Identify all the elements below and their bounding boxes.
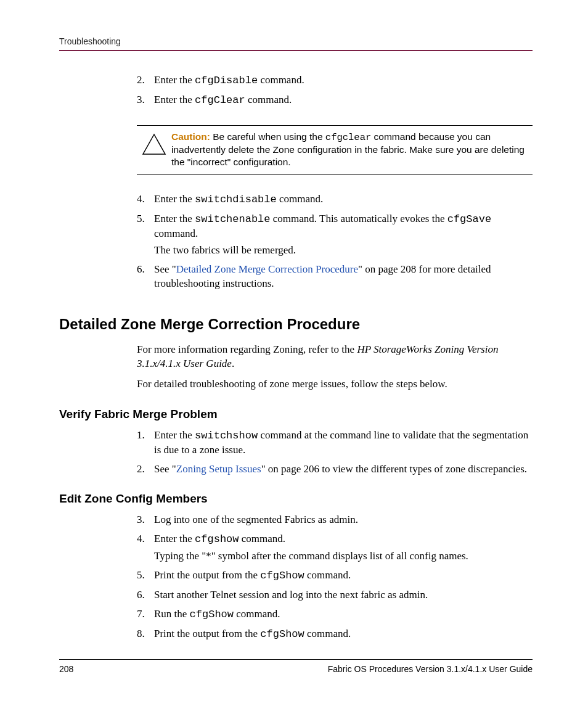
code: switchenable: [195, 213, 270, 225]
edit-step-6: 6. Start another Telnet session and log …: [137, 588, 533, 602]
step-number: 5.: [137, 568, 154, 583]
step-number: 3.: [137, 513, 154, 527]
step-text: See "Detailed Zone Merge Correction Proc…: [154, 263, 533, 291]
step-number: 1.: [137, 429, 154, 458]
svg-marker-0: [143, 134, 165, 154]
step-number: 8.: [137, 627, 154, 642]
header-rule: [59, 50, 533, 51]
page-number: 208: [59, 663, 73, 675]
code: cfgshow: [195, 533, 239, 545]
steps-block-b: 4. Enter the switchdisable command. 5. E…: [137, 192, 533, 291]
code: cfgClear: [195, 94, 245, 106]
heading-detailed-zone-merge: Detailed Zone Merge Correction Procedure: [59, 314, 533, 334]
step-text: Log into one of the segmented Fabrics as…: [154, 513, 533, 527]
code: cfgShow: [260, 570, 304, 581]
step-text: Print the output from the cfgShow comman…: [154, 568, 533, 583]
step-number: 4.: [137, 192, 154, 207]
step-number: 2.: [137, 73, 154, 88]
steps-edit: 3. Log into one of the segmented Fabrics…: [137, 513, 533, 642]
verify-step-1: 1. Enter the switchshow command at the c…: [137, 429, 533, 458]
step-6: 6. See "Detailed Zone Merge Correction P…: [137, 263, 533, 291]
step-4: 4. Enter the switchdisable command.: [137, 192, 533, 207]
caution-icon: [137, 131, 171, 168]
steps-block-a: 2. Enter the cfgDisable command. 3. Ente…: [137, 73, 533, 108]
step-number: 3.: [137, 93, 154, 108]
step-text: See "Zoning Setup Issues" on page 206 to…: [154, 462, 533, 477]
paragraph: For detailed troubleshooting of zone mer…: [137, 377, 533, 392]
edit-step-4: 4. Enter the cfgshow command. Typing the…: [137, 532, 533, 564]
verify-step-2: 2. See "Zoning Setup Issues" on page 206…: [137, 462, 533, 477]
step-number: 6.: [137, 263, 154, 291]
caution-label: Caution:: [171, 131, 210, 142]
step-text: Run the cfgShow command.: [154, 607, 533, 622]
step-sub: The two fabrics will be remerged.: [154, 244, 533, 258]
step-text: Enter the switchshow command at the comm…: [154, 429, 533, 458]
code: cfgShow: [260, 628, 304, 640]
code: switchdisable: [195, 194, 277, 205]
heading-verify-fabric: Verify Fabric Merge Problem: [59, 406, 533, 422]
edit-step-5: 5. Print the output from the cfgShow com…: [137, 568, 533, 583]
step-text: Enter the switchdisable command.: [154, 192, 533, 207]
edit-step-8: 8. Print the output from the cfgShow com…: [137, 627, 533, 642]
step-text: Enter the switchenable command. This aut…: [154, 212, 533, 258]
paragraph: For more information regarding Zoning, r…: [137, 343, 533, 371]
edit-step-7: 7. Run the cfgShow command.: [137, 607, 533, 622]
caution-body: Caution: Be careful when using the cfgcl…: [171, 131, 533, 168]
running-head: Troubleshooting: [59, 36, 533, 47]
step-text: Enter the cfgClear command.: [154, 93, 533, 108]
cross-ref-link[interactable]: Detailed Zone Merge Correction Procedure: [176, 263, 358, 275]
code: cfgSave: [447, 213, 491, 225]
step-number: 4.: [137, 532, 154, 564]
step-number: 7.: [137, 607, 154, 622]
step-3: 3. Enter the cfgClear command.: [137, 93, 533, 108]
step-2: 2. Enter the cfgDisable command.: [137, 73, 533, 88]
step-text: Enter the cfgDisable command.: [154, 73, 533, 88]
step-text: Print the output from the cfgShow comman…: [154, 627, 533, 642]
page: Troubleshooting 2. Enter the cfgDisable …: [0, 0, 588, 706]
code: cfgclear: [325, 132, 371, 143]
edit-step-3: 3. Log into one of the segmented Fabrics…: [137, 513, 533, 527]
step-sub: Typing the "*" symbol after the command …: [154, 549, 533, 564]
heading-edit-zone: Edit Zone Config Members: [59, 491, 533, 507]
footer-rule: [59, 659, 533, 660]
caution-box: Caution: Be careful when using the cfgcl…: [137, 125, 533, 175]
step-number: 6.: [137, 588, 154, 602]
footer-title: Fabric OS Procedures Version 3.1.x/4.1.x…: [328, 663, 533, 675]
steps-verify: 1. Enter the switchshow command at the c…: [137, 429, 533, 477]
code: cfgDisable: [195, 75, 258, 86]
step-number: 5.: [137, 212, 154, 258]
footer: 208 Fabric OS Procedures Version 3.1.x/4…: [59, 659, 533, 675]
code: switchshow: [195, 430, 258, 441]
step-5: 5. Enter the switchenable command. This …: [137, 212, 533, 258]
step-text: Start another Telnet session and log int…: [154, 588, 533, 602]
code: cfgShow: [190, 609, 234, 620]
step-text: Enter the cfgshow command. Typing the "*…: [154, 532, 533, 564]
step-number: 2.: [137, 462, 154, 477]
cross-ref-link[interactable]: Zoning Setup Issues: [176, 463, 261, 475]
